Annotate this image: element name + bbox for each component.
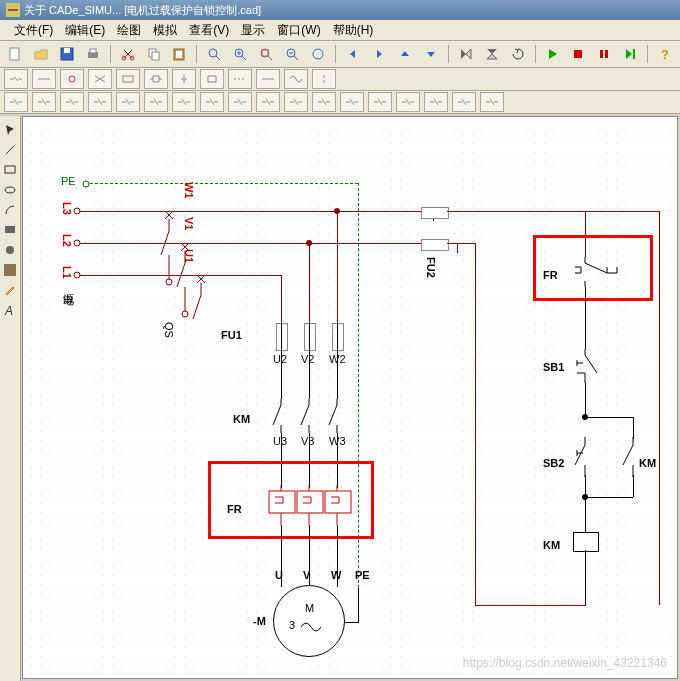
svg-text:A: A bbox=[4, 304, 13, 316]
tool-filled-rect[interactable] bbox=[2, 222, 18, 238]
stop-button[interactable] bbox=[566, 42, 590, 66]
title-bar: 关于 CADe_SIMU... [电机过载保护自锁控制.cad] bbox=[0, 0, 680, 20]
tool-select[interactable] bbox=[2, 122, 18, 138]
label-km-main: KM bbox=[233, 413, 250, 425]
wire bbox=[358, 588, 359, 622]
new-button[interactable] bbox=[3, 42, 27, 66]
palette-btn[interactable] bbox=[256, 69, 280, 89]
palette-btn[interactable] bbox=[116, 69, 140, 89]
palette-btn[interactable] bbox=[60, 69, 84, 89]
palette-btn[interactable] bbox=[60, 92, 84, 112]
palette-btn[interactable] bbox=[32, 69, 56, 89]
rotate-button[interactable] bbox=[506, 42, 530, 66]
tool-ellipse[interactable] bbox=[2, 182, 18, 198]
label-v: V bbox=[303, 569, 310, 581]
palette-btn[interactable] bbox=[144, 69, 168, 89]
flip-v-button[interactable] bbox=[480, 42, 504, 66]
cut-button[interactable] bbox=[116, 42, 140, 66]
node bbox=[334, 208, 340, 214]
wire bbox=[281, 323, 282, 349]
move-right-button[interactable] bbox=[367, 42, 391, 66]
copy-button[interactable] bbox=[142, 42, 166, 66]
zoom-all-button[interactable] bbox=[306, 42, 330, 66]
move-left-button[interactable] bbox=[341, 42, 365, 66]
fuse-fu1-1 bbox=[276, 323, 288, 351]
palette-btn[interactable] bbox=[172, 92, 196, 112]
palette-btn[interactable] bbox=[200, 92, 224, 112]
palette-btn[interactable] bbox=[200, 69, 224, 89]
svg-point-31 bbox=[6, 246, 14, 254]
open-button[interactable] bbox=[29, 42, 53, 66]
palette-btn[interactable] bbox=[144, 92, 168, 112]
zoom-in-button[interactable] bbox=[228, 42, 252, 66]
zoom-out-button[interactable] bbox=[280, 42, 304, 66]
menu-sim[interactable]: 模拟 bbox=[147, 21, 183, 40]
svg-rect-18 bbox=[262, 50, 268, 56]
svg-point-39 bbox=[182, 311, 188, 317]
palette-btn[interactable] bbox=[368, 92, 392, 112]
move-up-button[interactable] bbox=[393, 42, 417, 66]
svg-rect-40 bbox=[269, 491, 295, 513]
menu-window[interactable]: 窗口(W) bbox=[271, 21, 326, 40]
palette-btn[interactable] bbox=[88, 69, 112, 89]
palette-btn[interactable] bbox=[312, 92, 336, 112]
palette-btn[interactable] bbox=[4, 69, 28, 89]
svg-point-29 bbox=[5, 187, 15, 193]
tool-line[interactable] bbox=[2, 142, 18, 158]
save-button[interactable] bbox=[55, 42, 79, 66]
menu-edit[interactable]: 编辑(E) bbox=[59, 21, 111, 40]
svg-point-26 bbox=[69, 76, 75, 82]
palette-btn[interactable] bbox=[396, 92, 420, 112]
label-sb2: SB2 bbox=[543, 457, 564, 469]
menu-view[interactable]: 查看(V) bbox=[183, 21, 235, 40]
run-button[interactable] bbox=[541, 42, 565, 66]
palette-btn[interactable] bbox=[32, 92, 56, 112]
flip-h-button[interactable] bbox=[454, 42, 478, 66]
tool-rect[interactable] bbox=[2, 162, 18, 178]
palette-btn[interactable] bbox=[340, 92, 364, 112]
palette-btn[interactable] bbox=[88, 92, 112, 112]
menu-bar: 文件(F) 编辑(E) 绘图 模拟 查看(V) 显示 窗口(W) 帮助(H) bbox=[0, 20, 680, 41]
pause-button[interactable] bbox=[592, 42, 616, 66]
menu-draw[interactable]: 绘图 bbox=[111, 21, 147, 40]
menu-display[interactable]: 显示 bbox=[235, 21, 271, 40]
sb2 bbox=[571, 437, 611, 480]
find-button[interactable] bbox=[202, 42, 226, 66]
wire bbox=[633, 417, 634, 439]
wire bbox=[447, 211, 477, 212]
move-down-button[interactable] bbox=[419, 42, 443, 66]
toolbar-main: ? bbox=[0, 41, 680, 68]
palette-btn[interactable] bbox=[228, 92, 252, 112]
palette-btn[interactable] bbox=[284, 69, 308, 89]
tool-color[interactable] bbox=[2, 262, 18, 278]
tool-text[interactable]: A bbox=[2, 302, 18, 318]
palette-btn[interactable] bbox=[480, 92, 504, 112]
palette-btn[interactable] bbox=[256, 92, 280, 112]
tool-pencil[interactable] bbox=[2, 282, 18, 298]
wire bbox=[457, 243, 458, 253]
palette-btn[interactable] bbox=[228, 69, 252, 89]
label-sb1: SB1 bbox=[543, 361, 564, 373]
menu-help[interactable]: 帮助(H) bbox=[327, 21, 380, 40]
label-u: U bbox=[275, 569, 283, 581]
menu-file[interactable]: 文件(F) bbox=[8, 21, 59, 40]
svg-point-15 bbox=[209, 49, 217, 57]
zoom-fit-button[interactable] bbox=[254, 42, 278, 66]
palette-btn[interactable] bbox=[312, 69, 336, 89]
wire bbox=[281, 349, 282, 399]
palette-btn[interactable] bbox=[424, 92, 448, 112]
palette-btn[interactable] bbox=[284, 92, 308, 112]
help-button[interactable]: ? bbox=[653, 42, 677, 66]
paste-button[interactable] bbox=[168, 42, 192, 66]
palette-btn[interactable] bbox=[4, 92, 28, 112]
print-button[interactable] bbox=[81, 42, 105, 66]
palette-btn[interactable] bbox=[116, 92, 140, 112]
tool-arc[interactable] bbox=[2, 202, 18, 218]
palette-btn[interactable] bbox=[452, 92, 476, 112]
palette-btn[interactable] bbox=[172, 69, 196, 89]
label-fr: FR bbox=[227, 503, 242, 515]
step-button[interactable] bbox=[618, 42, 642, 66]
tool-filled-circle[interactable] bbox=[2, 242, 18, 258]
km-no-contact bbox=[619, 437, 649, 480]
drawing-canvas[interactable]: PE L3 L2 L1 电源 QS W1 V1 U1 FU1 U2 V2 W2 … bbox=[22, 116, 678, 679]
